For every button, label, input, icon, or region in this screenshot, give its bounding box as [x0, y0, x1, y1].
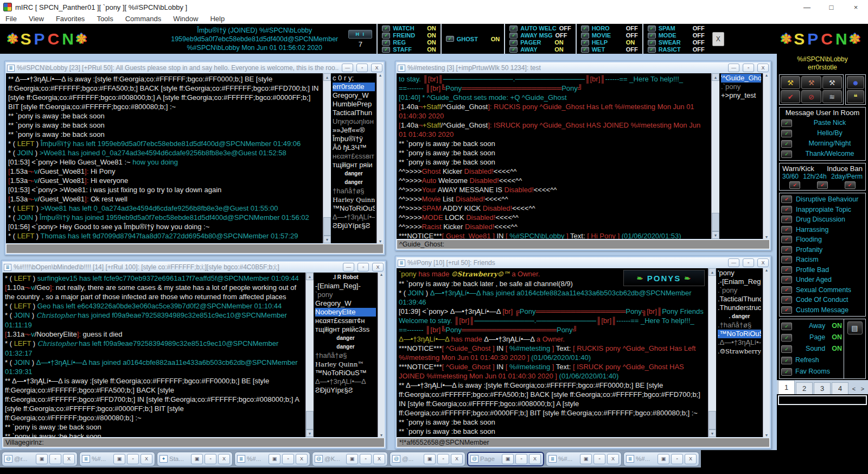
nick-item[interactable]: †hañå†ø§ [315, 351, 376, 360]
toggle-led-icon[interactable]: ✓ [648, 33, 656, 39]
menu-item-view[interactable]: View [29, 15, 44, 23]
toggle-led-icon[interactable]: ✓ [648, 47, 656, 53]
checkbox-red-icon[interactable]: ✔ [781, 226, 792, 233]
nicklist-scrollbar[interactable]: ▲▼ [376, 73, 384, 243]
checkbox-red-icon[interactable]: ✔ [781, 266, 792, 274]
close-button[interactable]: X [141, 454, 152, 464]
maximize-button[interactable]: ▫ [593, 454, 605, 464]
app-minimize-button[interactable]: — [795, 0, 819, 14]
nick-item[interactable]: .Thunderstruck [718, 304, 761, 312]
toggle-led-icon[interactable]: ✓ [581, 33, 589, 39]
nick-item[interactable]: '^Guide_Ghost [721, 74, 761, 83]
window-titlebar[interactable]: ≣ %#!!!!\bOpen\bMinded\b!!!! [14] [+rRul… [3, 262, 385, 273]
checkbox-green-icon[interactable]: ✓ [781, 345, 792, 353]
chat-scrollbar[interactable]: ▲▼ [711, 73, 719, 239]
toggle-led-icon[interactable]: ✓ [581, 40, 589, 46]
nick-item[interactable]: NooberyElite [315, 308, 376, 317]
close-button[interactable]: X [218, 454, 230, 464]
window-titlebar[interactable]: ≣ %#SPCN\bLobby [23] [+PRul 50]: All Gue… [6, 62, 384, 73]
nicklist-scrollbar[interactable]: ▲▼ [763, 268, 770, 437]
no-entry-icon[interactable]: ⊘ [801, 90, 821, 103]
close-button[interactable]: X [373, 454, 385, 464]
nick-item[interactable]: TacticalThun [333, 109, 375, 117]
close-button[interactable]: X [607, 454, 619, 464]
hammer-gold-icon[interactable]: ⚒ [781, 76, 800, 89]
toggle-led-icon[interactable]: ✓ [509, 47, 518, 53]
message-input[interactable]: Villagegirlnz: [3, 438, 385, 447]
toggle-led-icon[interactable]: ✓ [581, 26, 589, 31]
restore-button[interactable]: ▫ [358, 263, 369, 271]
restore-button[interactable]: ▣ [424, 454, 436, 464]
nicklist-scrollbar[interactable]: ▲▼ [763, 73, 770, 239]
ban-reason-profanity[interactable]: ✔Profanity [781, 245, 864, 255]
toggle-led-icon[interactable]: ✓ [446, 36, 454, 42]
message-input[interactable]: ^Guide_Ghost: [397, 239, 770, 249]
nick-item[interactable]: нєαят£єssвιт [333, 152, 375, 161]
checkbox-green-icon[interactable]: ✓ [781, 357, 792, 364]
nick-item[interactable]: -[Eniam_Reg]- [315, 282, 376, 290]
toggle-led-icon[interactable]: ✓ [509, 26, 518, 31]
nick-item[interactable]: Harley Quinn™ [315, 360, 376, 369]
nick-item[interactable]: danger [315, 343, 376, 351]
close-button[interactable]: X [757, 64, 769, 72]
pager-next-icon[interactable]: > [858, 383, 867, 394]
scroll-up-icon[interactable]: ▲ [709, 268, 716, 276]
checkbox-green-icon[interactable]: ✓ [781, 130, 792, 137]
toggle-led-icon[interactable]: ✓ [648, 26, 656, 31]
scroll-up-icon[interactable]: ▲ [323, 73, 331, 81]
ban-reason-racism[interactable]: ✔Racism [781, 255, 864, 265]
wings-icon[interactable]: ≋ [822, 90, 842, 103]
maximize-button[interactable]: ▫ [360, 454, 372, 464]
nick-item[interactable]: .Δ—•†3ηĄLí•—Δ [718, 338, 761, 347]
ban-reason-harrassing[interactable]: ✔Harrassing [781, 225, 864, 235]
close-button[interactable]: X [372, 263, 384, 271]
scroll-down-icon[interactable]: ▼ [379, 239, 382, 243]
checkbox-red-icon[interactable]: ✔ [781, 206, 792, 213]
maximize-button[interactable]: ▫ [282, 454, 294, 464]
toggle-led-icon[interactable]: ✓ [382, 33, 390, 39]
checkbox-red-icon[interactable]: ✔ [789, 181, 800, 189]
scroll-down-icon[interactable]: ▼ [380, 433, 384, 437]
close-button[interactable]: X [757, 258, 769, 267]
toggle-led-icon[interactable]: ✓ [382, 26, 390, 31]
menu-item-commands[interactable]: Commands [125, 15, 161, 23]
checkbox-red-icon[interactable]: ✔ [781, 286, 792, 294]
checkbox-red-icon[interactable]: ✔ [845, 181, 856, 189]
restore-button[interactable]: ▣ [346, 454, 358, 464]
ban-reason-drug-discussion[interactable]: ✔Drug Discussion [781, 214, 864, 225]
minimize-button[interactable]: — [728, 258, 739, 267]
nick-item[interactable]: .I R Robot [315, 273, 376, 282]
ban-reason-disruptive-behaviour[interactable]: ✔Disruptive Behaviour [781, 194, 864, 205]
maximize-button[interactable]: ▫ [127, 454, 139, 464]
nick-item[interactable]: .†hañå†ø§ [718, 321, 761, 330]
scroll-up-icon[interactable]: ▲ [380, 273, 384, 276]
nick-item[interactable]: `pony [315, 290, 376, 299]
checkbox-green-icon[interactable]: ✓ [781, 119, 792, 127]
ban-reason-code-of-conduct[interactable]: ✔Code Of Conduct [781, 295, 864, 305]
window-titlebar[interactable]: ≣ %#metesting [3] [+impPrtuwWlk 50 1234]… [397, 62, 770, 73]
toggle-led-icon[interactable]: ✓ [581, 47, 589, 53]
checkbox-red-icon[interactable]: ✔ [781, 296, 792, 304]
scroll-down-icon[interactable]: ▼ [323, 236, 331, 243]
close-button[interactable]: X [451, 454, 463, 464]
hammer-silver-icon[interactable]: ⚒ [822, 76, 842, 89]
restore-button[interactable]: ▣ [36, 454, 48, 464]
restore-button[interactable]: ▫ [743, 64, 754, 72]
message-input[interactable]: *!*af6552658@SPCNMember [397, 438, 770, 447]
nick-item[interactable]: danger [333, 169, 375, 178]
nick-item[interactable]: c 0 r y; [333, 74, 375, 83]
maximize-button[interactable]: ▫ [515, 454, 527, 464]
nick-item[interactable]: +>pny_test [721, 91, 761, 100]
nick-item[interactable]: тщіłіgнт ряійс3ss [315, 325, 376, 334]
hammer-red-icon[interactable]: ⚒ [801, 76, 821, 89]
scroll-up-icon[interactable]: ▲ [379, 73, 382, 77]
nick-item[interactable]: .™NoToRiOuS™ [718, 330, 761, 338]
minimize-button[interactable]: — [728, 64, 739, 72]
menu-item-window[interactable]: Window [173, 15, 198, 23]
close-button[interactable]: X [63, 454, 75, 464]
checkbox-red-icon[interactable]: ✔ [781, 256, 792, 263]
checkbox-red-icon[interactable]: ✔ [781, 216, 792, 223]
close-button[interactable]: X [371, 64, 382, 72]
menu-item-help[interactable]: Help [210, 15, 225, 23]
restore-button[interactable]: ▣ [580, 454, 592, 464]
